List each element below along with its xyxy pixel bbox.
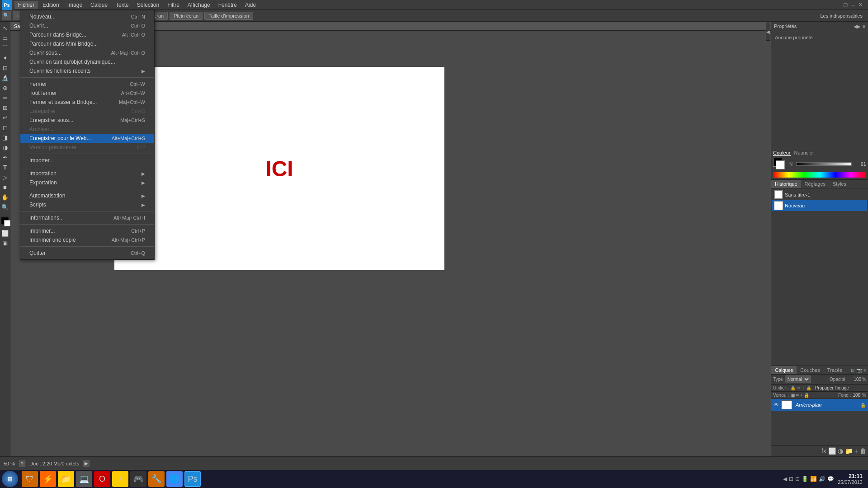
menu-imprimer-copie[interactable]: Imprimer une copie Alt+Maj+Ctrl+P [20, 235, 154, 244]
menu-ouvrir-sous[interactable]: Ouvrir sous... Alt+Maj+Ctrl+O [20, 48, 154, 57]
taskbar-clock[interactable]: 21:11 25/07/2013 [838, 473, 863, 485]
tool-move[interactable]: ↖ [0, 23, 9, 33]
layer-new-btn[interactable]: + [854, 447, 858, 455]
taskbar-app-folder[interactable]: 📁 [58, 471, 74, 487]
menu-tout-fermer[interactable]: Tout fermer Alt+Ctrl+W [20, 89, 154, 98]
color-slider[interactable] [796, 162, 852, 166]
menu-exportation[interactable]: Exportation ▶ [20, 178, 154, 187]
taskbar-app-opera[interactable]: O [94, 471, 110, 487]
tool-pen[interactable]: ✒ [0, 153, 9, 162]
taskbar-icon-1[interactable]: ⊡ [789, 476, 793, 482]
taskbar-icon-4[interactable]: 📶 [810, 476, 817, 482]
taskbar-icon-2[interactable]: ⊟ [795, 476, 800, 482]
taskbar-app-script[interactable]: 💻 [76, 471, 92, 487]
timeline-play-btn[interactable]: ▶ [83, 460, 90, 467]
layer-visibility-eye[interactable]: 👁 [773, 402, 779, 408]
taskbar-icon-5[interactable]: 💬 [827, 476, 834, 482]
menu-aide[interactable]: Aide [241, 1, 259, 9]
menu-texte[interactable]: Texte [112, 1, 132, 9]
taskbar-icon-3[interactable]: 🔋 [802, 476, 808, 482]
tool-eraser[interactable]: ◻ [0, 123, 9, 132]
tab-traces[interactable]: Tracés [824, 366, 846, 374]
layer-fx-btn[interactable]: fx [821, 447, 826, 455]
tool-dodge[interactable]: ◑ [0, 143, 9, 152]
tool-quick-mask[interactable]: ⬜ [0, 229, 9, 238]
props-expand[interactable]: ◀▶ [854, 24, 861, 29]
menu-selection[interactable]: Sélection [133, 1, 163, 9]
menu-image[interactable]: Image [64, 1, 86, 9]
tool-screen-mode[interactable]: ▣ [0, 239, 9, 248]
menu-fichier[interactable]: Fichier [14, 1, 38, 9]
tool-select-rect[interactable]: ▭ [0, 33, 9, 42]
tab-couches[interactable]: Couches [797, 366, 823, 374]
tool-lasso[interactable]: ⌒ [0, 43, 9, 52]
layers-camera-btn[interactable]: 📷 [856, 368, 862, 373]
layers-snap-btn[interactable]: ⊡ [851, 368, 854, 373]
tool-text[interactable]: T [0, 163, 9, 172]
taskbar-app-flash[interactable]: ⚡ [40, 471, 56, 487]
taskbar-icon-speaker[interactable]: 🔊 [819, 476, 826, 482]
tool-shape[interactable]: ■ [0, 183, 9, 192]
tool-gradient[interactable]: ◨ [0, 133, 9, 142]
layers-menu-btn[interactable]: ≡ [863, 368, 866, 373]
menu-calque[interactable]: Calque [87, 1, 111, 9]
color-tab-nuancier[interactable]: Nuancier [794, 150, 814, 156]
menu-informations[interactable]: Informations... Alt+Maj+Ctrl+I [20, 213, 154, 222]
lock-paint[interactable]: ✏ [796, 393, 799, 398]
layer-delete-btn[interactable]: 🗑 [860, 447, 866, 455]
color-tab-couleur[interactable]: Couleur [773, 150, 791, 156]
taskbar-app-winamp[interactable]: ♪ [112, 471, 128, 487]
tool-eyedropper[interactable]: 🔬 [0, 73, 9, 82]
tab-historique[interactable]: Historique [771, 180, 801, 188]
panel-collapse-btn[interactable]: ◀ [766, 23, 770, 41]
tool-stamp[interactable]: ⊞ [0, 103, 9, 112]
tab-reglages[interactable]: Réglages [801, 180, 829, 188]
menu-imprimer[interactable]: Imprimer... Ctrl+P [20, 226, 154, 235]
tab-styles[interactable]: Styles [829, 180, 850, 188]
optbtn-print-size[interactable]: Taille d'impression [204, 12, 253, 20]
menu-ouvrir[interactable]: Ouvrir... Ctrl+O [20, 21, 154, 30]
menu-enregistrer-web[interactable]: Enregistrer pour le Web... Alt+Maj+Ctrl+… [20, 134, 154, 143]
menu-quitter[interactable]: Quitter Ctrl+Q [20, 249, 154, 258]
lock-all[interactable]: 🔒 [804, 393, 809, 398]
menu-importer[interactable]: Importer... [20, 156, 154, 165]
menu-nouveau[interactable]: Nouveau... Ctrl+N [20, 12, 154, 21]
tool-path-select[interactable]: ▷ [0, 173, 9, 182]
layer-folder-btn[interactable]: 📁 [845, 447, 853, 455]
history-item-nouveau[interactable]: Nouveau [772, 200, 867, 211]
tool-crop[interactable]: ⊡ [0, 63, 9, 72]
tool-brush[interactable]: ✏ [0, 93, 9, 102]
menu-affichage[interactable]: Affichage [184, 1, 214, 9]
tool-heal[interactable]: ⊕ [0, 83, 9, 92]
taskbar-app-photoshop[interactable]: Ps [184, 471, 201, 487]
menu-filtre[interactable]: Filtre [164, 1, 183, 9]
color-value[interactable]: 61 [854, 161, 866, 167]
taskbar-app-unknown[interactable]: 🔧 [148, 471, 165, 487]
history-item-sans-titre[interactable]: Sans titre-1 [772, 189, 867, 200]
props-menu[interactable]: ≡ [863, 24, 865, 29]
menu-automatisation[interactable]: Automatisation ▶ [20, 191, 154, 200]
lock-transparency[interactable]: ▣ [791, 393, 795, 398]
tool-hand[interactable]: ✋ [0, 192, 9, 202]
menu-parcourir-bridge[interactable]: Parcourir dans Bridge... Alt+Ctrl+O [20, 30, 154, 39]
taskbar-app-chrome[interactable]: 🌐 [166, 471, 183, 487]
layer-item-arriere-plan[interactable]: 👁 Arrière-plan 🔒 [771, 399, 868, 411]
optbtn-fullscreen[interactable]: Plein écran [170, 12, 203, 20]
menu-fenetre[interactable]: Fenêtre [215, 1, 241, 9]
lock-position[interactable]: + [800, 393, 803, 398]
menu-enregistrer-sous[interactable]: Enregistrer sous... Maj+Ctrl+S [20, 116, 154, 125]
start-button[interactable]: ⊞ [2, 471, 18, 487]
tab-calques[interactable]: Calques [771, 366, 797, 374]
tool-history-brush[interactable]: ↩ [0, 113, 9, 122]
taskbar-app-game[interactable]: 🎮 [130, 471, 146, 487]
taskbar-app-security[interactable]: 🛡 [22, 471, 38, 487]
layer-mask-btn[interactable]: ⬜ [828, 447, 836, 455]
menu-fermer[interactable]: Fermer Ctrl+W [20, 80, 154, 89]
taskbar-icon-arrow[interactable]: ◀ [783, 476, 787, 482]
layer-adjustment-btn[interactable]: ◑ [838, 447, 843, 455]
menu-scripts[interactable]: Scripts ▶ [20, 200, 154, 209]
menu-fermer-bridge[interactable]: Fermer et passer à Bridge... Maj+Ctrl+W [20, 98, 154, 107]
menu-parcourir-mini-bridge[interactable]: Parcourir dans Mini Bridge... [20, 39, 154, 48]
menu-importation[interactable]: Importation ▶ [20, 169, 154, 178]
tool-zoom[interactable]: 🔍 [0, 202, 9, 211]
